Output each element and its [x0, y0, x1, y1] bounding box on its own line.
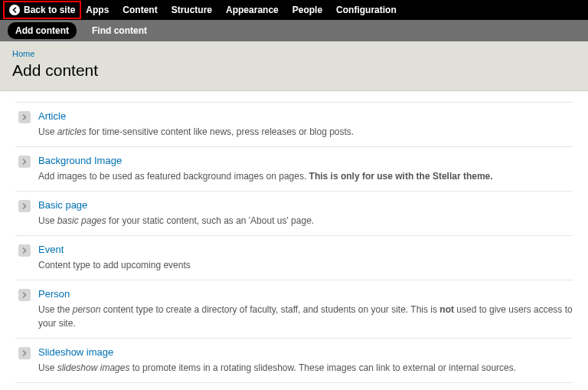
- admin-toolbar: Back to site Apps Content Structure Appe…: [0, 0, 588, 20]
- content-type-description: Add images to be used as featured backgr…: [38, 169, 573, 183]
- content-type-body: Slideshow imageUse slideshow images to p…: [38, 346, 573, 375]
- content-type-title-link[interactable]: Event: [38, 244, 573, 255]
- content-type-item: PersonUse the person content type to cre…: [15, 280, 573, 338]
- back-arrow-icon: [9, 5, 20, 15]
- chevron-right-icon: [18, 244, 31, 257]
- chevron-right-icon: [18, 200, 31, 212]
- chevron-right-icon: [18, 111, 31, 123]
- content-type-description: Use articles for time-sensitive content …: [38, 125, 573, 139]
- content-type-body: Basic pageUse basic pages for your stati…: [38, 199, 573, 228]
- content-type-body: PersonUse the person content type to cre…: [38, 288, 573, 330]
- content-type-title-link[interactable]: Slideshow image: [38, 346, 573, 358]
- back-to-site-label: Back to site: [24, 5, 75, 15]
- chevron-right-icon: [18, 347, 31, 359]
- content-type-description: Content type to add upcoming events: [38, 258, 573, 272]
- content-type-body: ArticleUse articles for time-sensitive c…: [38, 110, 573, 139]
- content-type-title-link[interactable]: Article: [38, 110, 573, 122]
- chevron-right-icon: [18, 156, 31, 168]
- content-header: Home Add content: [0, 41, 588, 91]
- tab-find-content[interactable]: Find content: [84, 22, 155, 39]
- secondary-toolbar: Add content Find content: [0, 20, 588, 41]
- admin-menu-item-configuration[interactable]: Configuration: [336, 5, 397, 15]
- content-type-item: Slideshow imageUse slideshow images to p…: [15, 338, 573, 382]
- admin-menu: Apps Content Structure Appearance People…: [86, 5, 396, 15]
- content-type-list: ArticleUse articles for time-sensitive c…: [0, 91, 588, 390]
- admin-menu-item-structure[interactable]: Structure: [172, 5, 212, 15]
- content-type-item: Background ImageAdd images to be used as…: [15, 146, 573, 191]
- breadcrumb[interactable]: Home: [12, 49, 576, 58]
- content-type-item: ArticleUse articles for time-sensitive c…: [15, 102, 573, 146]
- content-type-title-link[interactable]: Person: [38, 288, 573, 300]
- content-type-title-link[interactable]: Basic page: [38, 199, 573, 211]
- content-type-description: Use the person content type to create a …: [38, 303, 573, 330]
- content-type-description: Use basic pages for your static content,…: [38, 214, 573, 228]
- content-type-body: Background ImageAdd images to be used as…: [38, 155, 573, 183]
- content-type-body: EventContent type to add upcoming events: [38, 244, 573, 272]
- chevron-right-icon: [18, 289, 31, 301]
- admin-menu-item-content[interactable]: Content: [122, 5, 157, 15]
- page-title: Add content: [12, 61, 576, 80]
- content-type-description: Use slideshow images to promote items in…: [38, 361, 573, 375]
- back-to-site-button[interactable]: Back to site: [3, 1, 81, 19]
- admin-menu-item-apps[interactable]: Apps: [86, 5, 109, 15]
- admin-menu-item-people[interactable]: People: [292, 5, 322, 15]
- content-type-item: EventContent type to add upcoming events: [15, 235, 573, 280]
- content-type-title-link[interactable]: Background Image: [38, 155, 573, 166]
- content-type-item: WebformCreate a new form or questionnair…: [15, 382, 573, 390]
- admin-menu-item-appearance[interactable]: Appearance: [226, 5, 279, 15]
- tab-add-content[interactable]: Add content: [8, 22, 77, 39]
- content-type-item: Basic pageUse basic pages for your stati…: [15, 191, 573, 235]
